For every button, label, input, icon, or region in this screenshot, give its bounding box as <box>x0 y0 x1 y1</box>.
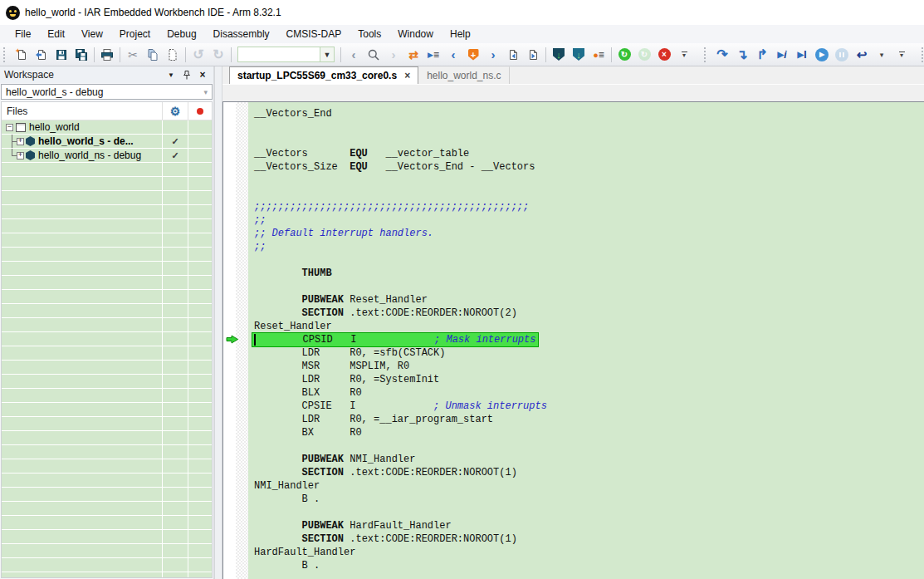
new-file-button[interactable] <box>12 45 32 65</box>
breakpoint-column-header <box>188 102 212 120</box>
run-to-cursor-button[interactable]: ▶I <box>792 45 812 65</box>
previous-bookmark-button[interactable]: ‹ <box>443 45 463 65</box>
breakpoint-cell <box>188 149 212 162</box>
go-to-function-button[interactable]: ▶≡ <box>423 45 443 65</box>
toggle-bookmark-button[interactable]: + <box>463 45 483 65</box>
next-statement-button[interactable]: ▶i <box>772 45 792 65</box>
breakpoint-gutter[interactable] <box>223 102 248 579</box>
menu-item-project[interactable]: Project <box>111 26 159 42</box>
paste-button[interactable] <box>163 45 183 65</box>
tree-connector <box>8 149 17 162</box>
stop-build-button[interactable]: × <box>654 45 674 65</box>
build-check-cell <box>162 403 188 416</box>
separator <box>185 47 186 62</box>
copy-button[interactable] <box>143 45 163 65</box>
tree-row-hello-world-ns-debug[interactable]: +hello_world_ns - debug✓ <box>2 149 212 163</box>
tab-label: startup_LPC55S69_cm33_core0.s <box>237 70 397 81</box>
menu-item-view[interactable]: View <box>73 26 111 42</box>
menu-item-tools[interactable]: Tools <box>350 26 389 42</box>
build-check-cell <box>162 177 188 190</box>
toolbar-overflow-button[interactable]: ▾ <box>674 45 694 65</box>
print-button[interactable] <box>97 45 117 65</box>
expand-icon[interactable]: + <box>17 152 24 159</box>
combo-dropdown-button[interactable]: ▼ <box>320 47 335 62</box>
tree-item-label: hello_world <box>29 121 80 133</box>
menu-item-cmsis-dap[interactable]: CMSIS-DAP <box>278 26 350 42</box>
build-check-cell <box>162 474 188 487</box>
cut-button[interactable]: ✂ <box>123 45 143 65</box>
toggle-navigation-button[interactable]: ⇄ <box>403 45 423 65</box>
navigate-forward-button[interactable]: › <box>384 45 403 65</box>
undo-button[interactable]: ↺ <box>188 45 208 65</box>
code-line: B . <box>254 493 924 506</box>
next-bookmark-button[interactable]: › <box>483 45 503 65</box>
save-button[interactable] <box>51 45 71 65</box>
navigate-backward-button[interactable]: ‹ <box>344 45 364 65</box>
cstat-analyze-button[interactable]: ↻ <box>614 45 634 65</box>
cstat-clear-button[interactable]: ↻ <box>634 45 654 65</box>
build-check-cell <box>162 375 188 388</box>
expand-icon[interactable]: + <box>17 138 24 145</box>
code-editor[interactable]: __Vectors_End__Vectors EQU __vector_tabl… <box>248 102 924 579</box>
code-line: NMI_Handler <box>254 479 924 493</box>
step-over-button[interactable]: ↴ <box>732 45 752 65</box>
toolbar-grip[interactable] <box>704 47 709 62</box>
tree-row-hello-world-s-de-[interactable]: +hello_world_s - de...✓ <box>2 135 212 149</box>
editor-tab-hello-world-ns-c[interactable]: hello_world_ns.c <box>418 66 509 84</box>
breakpoints-button[interactable]: ●≡ <box>589 45 609 65</box>
editor-tab-startup-lpc55s69-cm33-core0-s[interactable]: startup_LPC55S69_cm33_core0.s× <box>229 66 418 84</box>
open-file-button[interactable] <box>32 45 51 65</box>
panel-splitter[interactable] <box>214 66 222 579</box>
panel-menu-chevron-icon[interactable]: ▼ <box>164 69 178 81</box>
tree-item-label: hello_world_s - de... <box>38 135 134 147</box>
tree-row-empty <box>2 177 212 191</box>
code-line: BLX R0 <box>254 386 924 400</box>
toolbar-grip[interactable] <box>3 47 8 62</box>
close-icon[interactable]: × <box>196 69 209 81</box>
next-document-button[interactable] <box>523 45 543 65</box>
separator <box>94 47 95 62</box>
configuration-selector[interactable]: hello_world_s - debug ▾ <box>1 84 213 100</box>
build-check-cell <box>162 262 188 275</box>
build-check-cell <box>162 248 188 261</box>
workspace-panel: Workspace ▼ × hello_world_s - debug ▾ Fi… <box>0 66 214 579</box>
menu-item-file[interactable]: File <box>7 26 39 42</box>
breakpoint-cell <box>188 459 212 473</box>
go-button[interactable]: ▶ <box>812 45 832 65</box>
code-line: SECTION .text:CODE:REORDER:NOROOT(1) <box>254 466 924 479</box>
debug-without-downloading-button[interactable]: ↓ <box>569 45 589 65</box>
step-into-button[interactable]: ↱ <box>752 45 772 65</box>
code-line <box>254 253 924 267</box>
quick-search-combobox[interactable]: ▼ <box>237 47 335 62</box>
tab-close-icon[interactable]: × <box>404 71 410 81</box>
save-all-button[interactable] <box>71 45 91 65</box>
menu-item-window[interactable]: Window <box>389 26 442 42</box>
debug-dropdown-button[interactable]: ▾ <box>872 45 892 65</box>
toolbar-overflow-button[interactable]: ▾ <box>892 45 912 65</box>
tree-row-hello-world[interactable]: −hello_world <box>2 120 212 135</box>
collapse-icon[interactable]: − <box>6 124 13 131</box>
pin-icon[interactable] <box>180 69 193 81</box>
stop-debugging-button[interactable]: ↩ <box>852 45 872 65</box>
redo-button[interactable]: ↻ <box>208 45 228 65</box>
menu-item-edit[interactable]: Edit <box>39 26 73 42</box>
menu-item-disassembly[interactable]: Disassembly <box>205 26 278 42</box>
build-check-cell <box>162 431 188 444</box>
current-pc-arrow-icon <box>226 335 239 344</box>
tree-row-empty <box>2 389 212 403</box>
quick-search-field[interactable] <box>237 47 320 62</box>
menu-item-debug[interactable]: Debug <box>159 26 204 42</box>
build-check-cell <box>162 572 188 577</box>
break-button[interactable] <box>832 45 852 65</box>
previous-document-button[interactable] <box>503 45 523 65</box>
tree-row-empty <box>2 445 212 459</box>
build-check-cell: ✓ <box>162 135 188 148</box>
code-line <box>254 506 924 519</box>
find-button[interactable] <box>364 45 384 65</box>
breakpoint-cell <box>188 488 212 501</box>
build-check-cell <box>162 445 188 459</box>
download-and-debug-button[interactable]: ↓ <box>549 45 569 65</box>
code-line: ;; Default interrupt handlers. <box>254 227 924 240</box>
menu-item-help[interactable]: Help <box>442 26 479 42</box>
reset-button[interactable]: ↷ <box>712 45 732 65</box>
